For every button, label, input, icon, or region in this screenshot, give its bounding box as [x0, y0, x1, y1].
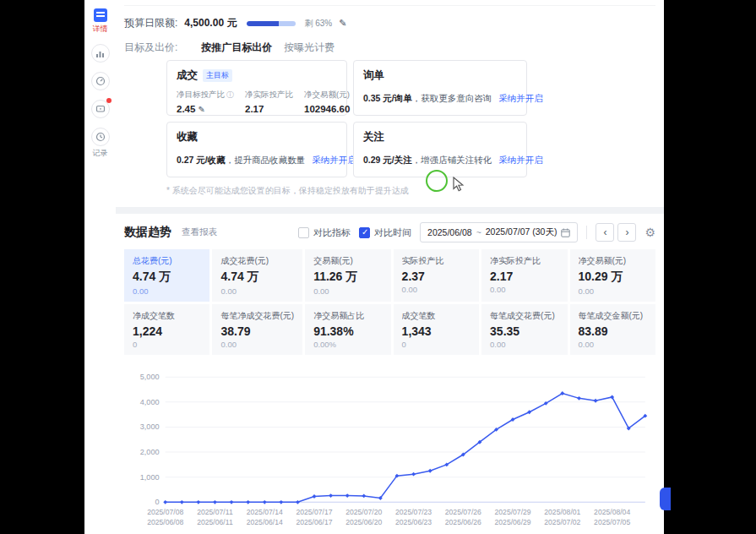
- adopt-enable-link[interactable]: 采纳并开启: [498, 93, 543, 103]
- compare-metric-checkbox[interactable]: 对比指标: [298, 226, 351, 239]
- goal-card-desc: 0.35 元/询单，获取更多意向咨询采纳并开启: [363, 93, 517, 105]
- trend-chart: 01,0002,0003,0004,0005,0002025/07/082025…: [124, 365, 655, 534]
- date-range-picker[interactable]: 2025/06/08 ~ 2025/07/07 (30天): [420, 222, 578, 242]
- trend-section: 数据趋势 查看报表 对比指标 对比时间 2025/06/08: [124, 222, 655, 534]
- svg-text:2025/06/11: 2025/06/11: [197, 518, 233, 526]
- goal-card-title: 询单: [363, 68, 384, 83]
- svg-text:1,000: 1,000: [140, 473, 160, 482]
- svg-text:2,000: 2,000: [140, 448, 160, 456]
- svg-text:2025/07/14: 2025/07/14: [247, 508, 283, 516]
- gauge-icon: [91, 72, 110, 90]
- svg-text:0: 0: [155, 498, 160, 506]
- goal-card-favorite: 收藏 0.27 元/收藏，提升商品收藏数量采纳并开启: [166, 122, 347, 177]
- budget-remaining: 剩 63%: [304, 18, 332, 30]
- chart-icon: [91, 44, 110, 63]
- date-end: 2025/07/07 (30天): [486, 226, 557, 238]
- goal-card-follow: 关注 0.29 元/关注，增强店铺关注转化采纳并开启: [353, 122, 527, 177]
- metric-card-net-gmv[interactable]: 净交易额(元)10.29 万0.00: [570, 249, 655, 302]
- goal-card-deal[interactable]: 成交 主目标 净目标投产比ⓘ 2.45✎ 净实际投产比 2.17: [166, 60, 347, 116]
- svg-text:2025/06/26: 2025/06/26: [445, 518, 481, 526]
- floating-side-button[interactable]: [660, 488, 671, 510]
- metric-label: 净交易额(元): [304, 90, 350, 101]
- goal-bid-label: 目标及出价:: [124, 41, 177, 55]
- metric-card-net-orders[interactable]: 净成交笔数1,2240: [124, 304, 209, 355]
- svg-text:2025/06/23: 2025/06/23: [395, 518, 432, 526]
- svg-text:2025/07/20: 2025/07/20: [345, 508, 382, 516]
- svg-text:2025/07/02: 2025/07/02: [544, 518, 580, 526]
- sidebar-item-label: 详情: [93, 24, 108, 35]
- main-goal-badge: 主目标: [203, 69, 232, 82]
- notification-dot: [106, 98, 111, 103]
- metric-card-net-cost-per-order[interactable]: 每笔净成交花费(元)38.790.00: [212, 304, 302, 355]
- svg-text:2025/07/23: 2025/07/23: [395, 508, 432, 516]
- goal-card-desc: 0.27 元/收藏，提升商品收藏数量采纳并开启: [177, 155, 337, 166]
- budget-progress: [247, 21, 296, 26]
- message-icon: [91, 100, 110, 118]
- goal-note: * 系统会尽可能达成您设置的目标，保持稳定投放有助于提升达成: [166, 185, 655, 197]
- adopt-enable-link[interactable]: 采纳并开启: [498, 155, 543, 165]
- svg-text:2025/07/17: 2025/07/17: [296, 508, 332, 516]
- metric-label: 净实际投产比: [245, 90, 293, 101]
- svg-text:2025/08/01: 2025/08/01: [544, 508, 580, 516]
- metric-card-total-spend[interactable]: 总花费(元)4.74 万0.00: [124, 249, 209, 302]
- screen: 详情 记录: [0, 0, 756, 534]
- detail-icon: [94, 8, 107, 22]
- svg-text:4,000: 4,000: [140, 398, 160, 406]
- adopt-enable-link[interactable]: 采纳并开启: [312, 155, 356, 165]
- metric-card-deal-spend[interactable]: 成交花费(元)4.74 万0.00: [212, 249, 302, 302]
- metric-card-net-roi[interactable]: 净实际投产比2.170.00: [481, 249, 567, 302]
- svg-text:3,000: 3,000: [140, 422, 160, 431]
- edit-roi-icon[interactable]: ✎: [198, 105, 204, 114]
- metric-value: 102946.60: [304, 104, 350, 114]
- metric-grid: 总花费(元)4.74 万0.00 成交花费(元)4.74 万0.00 交易额(元…: [124, 249, 655, 355]
- svg-text:2025/07/08: 2025/07/08: [147, 508, 183, 516]
- goal-card-title: 成交: [177, 68, 198, 83]
- budget-value: 4,500.00 元: [184, 16, 237, 30]
- sidebar-item-message[interactable]: [91, 100, 110, 118]
- sidebar-item-history[interactable]: 记录: [91, 128, 110, 159]
- sidebar-item-diagnose[interactable]: [91, 72, 110, 90]
- metric-value: 2.45✎: [177, 104, 234, 114]
- metric-card-gmv[interactable]: 交易额(元)11.26 万0.00: [305, 249, 390, 302]
- edit-budget-icon[interactable]: ✎: [339, 18, 346, 29]
- prev-period-button[interactable]: ‹: [596, 223, 614, 242]
- trend-header: 数据趋势 查看报表 对比指标 对比时间 2025/06/08: [124, 222, 655, 242]
- calendar-icon: [561, 228, 570, 237]
- metric-card-orders[interactable]: 成交笔数1,3430: [394, 304, 479, 355]
- svg-text:2025/06/14: 2025/06/14: [247, 518, 283, 526]
- sidebar-item-detail[interactable]: 详情: [93, 8, 108, 35]
- mini-sidebar: 详情 记录: [84, 0, 116, 534]
- goal-bid-row: 目标及出价: 按推广目标出价 按曝光计费: [124, 41, 655, 55]
- metric-card-roi[interactable]: 实际投产比2.370.00: [394, 249, 479, 302]
- checkbox-checked-icon: [359, 227, 370, 238]
- compare-time-checkbox[interactable]: 对比时间: [359, 226, 411, 239]
- goal-card-inquiry: 询单 0.35 元/询单，获取更多意向咨询采纳并开启: [353, 60, 527, 116]
- svg-text:2025/06/08: 2025/06/08: [147, 518, 183, 526]
- budget-label: 预算日限额:: [124, 16, 177, 30]
- budget-goal-section: 预算日限额: 4,500.00 元 剩 63% ✎ 目标及出价: 按推广目标出价…: [124, 5, 655, 197]
- info-icon[interactable]: ⓘ: [226, 90, 234, 99]
- sidebar-item-report[interactable]: [91, 44, 110, 63]
- metric-card-net-gmv-ratio[interactable]: 净交易额占比91.38%0.00%: [305, 304, 390, 355]
- trend-chart-svg: 01,0002,0003,0004,0005,0002025/07/082025…: [124, 365, 655, 534]
- goal-card-title: 收藏: [177, 130, 198, 144]
- date-separator: ~: [476, 227, 481, 237]
- budget-progress-fill: [247, 21, 279, 26]
- svg-text:2025/07/26: 2025/07/26: [445, 508, 481, 516]
- tab-bid-by-impression[interactable]: 按曝光计费: [284, 41, 334, 55]
- trend-title: 数据趋势: [124, 225, 171, 240]
- metric-card-amount-per-order[interactable]: 每笔成交金额(元)83.890.00: [570, 304, 655, 355]
- tab-bid-by-goal[interactable]: 按推广目标出价: [201, 41, 272, 55]
- view-report-link[interactable]: 查看报表: [182, 226, 217, 238]
- settings-gear-icon[interactable]: ⚙: [645, 226, 655, 239]
- svg-text:2025/07/11: 2025/07/11: [197, 508, 233, 516]
- goal-card-desc: 0.29 元/关注，增强店铺关注转化采纳并开启: [363, 155, 517, 166]
- divider: [586, 226, 587, 239]
- svg-text:2025/07/05: 2025/07/05: [594, 518, 630, 526]
- metric-value: 2.17: [245, 104, 293, 114]
- next-period-button[interactable]: ›: [617, 223, 636, 242]
- svg-text:2025/08/04: 2025/08/04: [594, 508, 630, 516]
- metric-card-cost-per-order[interactable]: 每笔成交花费(元)35.350.00: [481, 304, 567, 355]
- budget-row: 预算日限额: 4,500.00 元 剩 63% ✎: [124, 16, 655, 30]
- section-divider: [116, 207, 664, 214]
